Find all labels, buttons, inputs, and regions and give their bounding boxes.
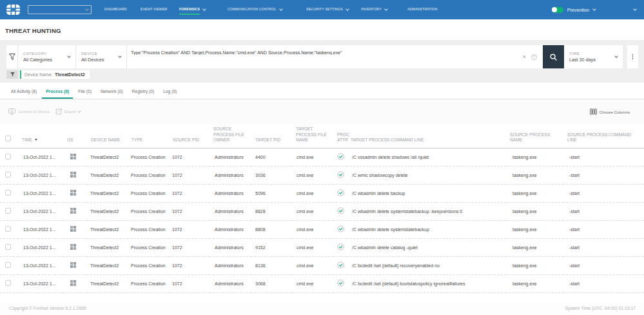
cell-source-process-command-line: -start xyxy=(563,148,644,166)
filter-funnel-button[interactable] xyxy=(6,45,18,68)
cell-device-name: ThreatDetect2 xyxy=(87,256,128,274)
column-header-source-process-name[interactable]: SOURCE PROCESS NAME xyxy=(506,124,563,148)
row-checkbox[interactable] xyxy=(5,262,11,268)
tab-process[interactable]: Process (8) xyxy=(42,85,73,99)
funnel-icon xyxy=(9,54,15,61)
cell-type: Process Creation xyxy=(128,202,169,220)
export-button[interactable]: Export xyxy=(55,108,81,115)
cell-time: 13-Oct-2022 1... xyxy=(18,166,63,184)
column-header-os[interactable]: OS xyxy=(63,124,87,148)
user-menu-chevron-icon[interactable] xyxy=(633,7,637,11)
cell-target-process-file-name: cmd.exe xyxy=(292,148,333,166)
tab-log[interactable]: Log (0) xyxy=(159,85,181,99)
tab-registry[interactable]: Registry (0) xyxy=(128,85,159,99)
select-all-checkbox[interactable] xyxy=(5,136,11,141)
connect-to-device-button[interactable]: Connect to Device xyxy=(8,108,50,115)
table-row[interactable]: 13-Oct-2022 1... ThreatDetect2 Process C… xyxy=(0,220,644,238)
device-dropdown[interactable]: DEVICE All Devices xyxy=(76,45,127,68)
table-row[interactable]: 13-Oct-2022 1... ThreatDetect2 Process C… xyxy=(0,256,644,274)
cell-type: Process Creation xyxy=(128,256,169,274)
column-header-target-process-file-name[interactable]: TARGET PROCESS FILE NAME xyxy=(292,124,333,148)
row-checkbox[interactable] xyxy=(5,226,11,232)
tab-network[interactable]: Network (0) xyxy=(97,85,127,99)
table-header-row: TIME OS DEVICE NAME TYPE SOURCE PID SOUR… xyxy=(0,124,644,148)
chevron-down-icon xyxy=(202,7,206,11)
category-dropdown[interactable]: CATEGORY All Categories xyxy=(18,45,76,68)
search-button[interactable] xyxy=(543,45,564,68)
nav-item-communication-control[interactable]: COMMUNICATION CONTROL xyxy=(228,0,282,19)
table-row[interactable]: 13-Oct-2022 1... ThreatDetect2 Process C… xyxy=(0,202,644,220)
cell-source-process-command-line: -start xyxy=(563,220,644,238)
cell-os xyxy=(63,220,87,238)
query-input[interactable]: Type:"Process Creation" AND Target.Proce… xyxy=(127,45,543,68)
cell-proc-attr xyxy=(333,220,347,238)
signed-check-icon xyxy=(337,261,344,269)
row-checkbox[interactable] xyxy=(5,154,11,159)
copyright-text: Copyright © Fortinet Version 5.2.1.2685 xyxy=(9,306,86,310)
cell-target-process-command-line: /C bcdedit /set {default} bootstatuspoli… xyxy=(347,274,506,292)
category-tabs: All Activity (8) Process (8) File (0) Ne… xyxy=(0,83,644,99)
prevention-mode-toggle[interactable] xyxy=(552,7,563,13)
query-help-icon[interactable]: ? xyxy=(531,54,537,60)
chevron-down-icon xyxy=(118,54,122,58)
row-checkbox[interactable] xyxy=(5,190,11,196)
column-header-proc-attr[interactable]: PROC ATTR xyxy=(333,124,347,148)
cell-owner: Administrators xyxy=(210,256,251,274)
nav-item-forensics[interactable]: FORENSICS xyxy=(179,0,206,19)
cell-owner: Administrators xyxy=(210,220,251,238)
cell-type: Process Creation xyxy=(128,220,169,238)
row-checkbox[interactable] xyxy=(5,172,11,178)
cell-target-process-command-line: /C bcdedit /set {default} recoveryenable… xyxy=(347,256,506,274)
table-row[interactable]: 13-Oct-2022 1... ThreatDetect2 Process C… xyxy=(0,238,644,256)
row-checkbox[interactable] xyxy=(5,244,11,250)
cell-target-process-command-line: /C wmic shadowcopy delete xyxy=(347,166,506,184)
column-header-target-pid[interactable]: TARGET PID xyxy=(251,124,292,148)
nav-item-security-settings[interactable]: SECURITY SETTINGS xyxy=(306,0,349,19)
signed-check-icon xyxy=(337,207,344,214)
column-header-select xyxy=(0,124,18,148)
cell-source-process-command-line: -start xyxy=(563,202,644,220)
row-checkbox[interactable] xyxy=(5,280,11,286)
cell-target-process-file-name: cmd.exe xyxy=(292,166,333,184)
columns-icon xyxy=(590,108,597,115)
more-options-button[interactable] xyxy=(627,45,638,68)
cell-device-name: ThreatDetect2 xyxy=(87,220,128,238)
nav-item-inventory[interactable]: INVENTORY xyxy=(361,0,387,19)
table-row[interactable]: 13-Oct-2022 1... ThreatDetect2 Process C… xyxy=(0,184,644,202)
cell-proc-attr xyxy=(333,166,347,184)
table-row[interactable]: 13-Oct-2022 1... ThreatDetect2 Process C… xyxy=(0,148,644,166)
cell-time: 13-Oct-2022 1... xyxy=(18,202,63,220)
column-header-source-process-command-line[interactable]: SOURCE PROCESS COMMAND LINE xyxy=(563,124,644,148)
nav-item-dashboard[interactable]: DASHBOARD xyxy=(104,0,127,19)
nav-item-administration[interactable]: ADMINISTRATION xyxy=(407,0,438,19)
choose-columns-button[interactable]: Choose Columns xyxy=(590,108,630,115)
results-table: TIME OS DEVICE NAME TYPE SOURCE PID SOUR… xyxy=(0,124,644,293)
column-header-type[interactable]: TYPE xyxy=(128,124,169,148)
column-header-source-pid[interactable]: SOURCE PID xyxy=(169,124,210,148)
cell-proc-attr xyxy=(333,238,347,256)
cell-source-pid: 1072 xyxy=(169,238,210,256)
fortinet-logo-icon xyxy=(6,5,20,15)
nav-item-event-viewer[interactable]: EVENT VIEWER xyxy=(141,0,168,19)
tab-all-activity[interactable]: All Activity (8) xyxy=(7,85,41,99)
time-range-dropdown[interactable]: TIME Last 30 days xyxy=(564,45,623,68)
device-name-filter-chip[interactable]: Device Name: ThreatDetect2 xyxy=(20,70,90,79)
device-label: DEVICE xyxy=(81,52,115,56)
table-row[interactable]: 13-Oct-2022 1... ThreatDetect2 Process C… xyxy=(0,274,644,292)
column-header-target-process-command-line[interactable]: TARGET PROCESS COMMAND LINE xyxy=(347,124,506,148)
clear-query-icon[interactable]: × xyxy=(520,54,529,60)
column-header-device-name[interactable]: DEVICE NAME xyxy=(87,124,128,148)
cell-source-process-name: taskeng.exe xyxy=(506,166,563,184)
table-toolbar: Connect to Device Export Choose Columns xyxy=(0,99,644,124)
chevron-down-icon[interactable] xyxy=(592,7,596,11)
cell-target-pid: 3036 xyxy=(251,166,292,184)
row-checkbox[interactable] xyxy=(5,208,11,214)
tab-file[interactable]: File (0) xyxy=(74,85,95,99)
column-header-time[interactable]: TIME xyxy=(18,124,63,148)
applied-filter-funnel-button[interactable] xyxy=(6,70,18,79)
cell-proc-attr xyxy=(333,274,347,292)
column-header-source-process-file-owner[interactable]: SOURCE PROCESS FILE OWNER xyxy=(210,124,251,148)
organization-select[interactable] xyxy=(28,5,92,14)
chip-key: Device Name: xyxy=(24,72,53,77)
table-row[interactable]: 13-Oct-2022 1... ThreatDetect2 Process C… xyxy=(0,166,644,184)
